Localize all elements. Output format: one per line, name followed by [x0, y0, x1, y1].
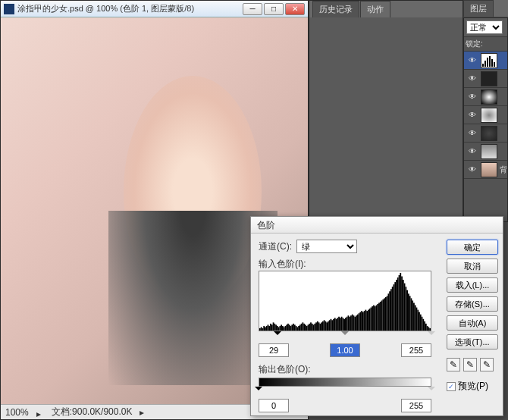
document-titlebar[interactable]: 涂指甲的少女.psd @ 100% (色阶 1, 图层蒙版/8) ─ □ ✕: [1, 1, 308, 17]
svg-rect-72: [348, 315, 350, 331]
minimize-button[interactable]: ─: [243, 3, 262, 15]
output-slider[interactable]: [259, 387, 431, 397]
input-black-field[interactable]: [259, 343, 289, 357]
svg-rect-38: [303, 322, 304, 331]
layer-row[interactable]: 👁: [464, 52, 507, 70]
gray-eyedropper[interactable]: ✎: [463, 358, 477, 371]
layer-thumb-adjustment[interactable]: [481, 89, 497, 105]
svg-rect-40: [305, 324, 306, 331]
layer-row-background[interactable]: 👁 背: [464, 161, 507, 179]
svg-rect-99: [384, 298, 385, 331]
visibility-icon[interactable]: 👁: [466, 91, 478, 103]
layers-panel: 正常 锁定: 👁 👁 👁 👁 👁 👁 👁 背: [463, 17, 508, 222]
svg-rect-55: [325, 321, 327, 331]
zoom-level[interactable]: 100%: [5, 407, 29, 418]
layer-row[interactable]: 👁: [464, 88, 507, 106]
preview-label: 预览(P): [458, 380, 488, 393]
svg-rect-86: [366, 311, 368, 331]
layer-row[interactable]: 👁: [464, 70, 507, 88]
layer-thumb-adjustment[interactable]: [481, 126, 497, 141]
svg-rect-24: [284, 327, 285, 331]
svg-rect-106: [394, 284, 395, 331]
svg-rect-71: [347, 317, 348, 331]
history-body[interactable]: [309, 17, 463, 219]
zoom-dropdown-icon[interactable]: ▸: [36, 409, 44, 416]
close-button[interactable]: ✕: [285, 3, 305, 15]
svg-rect-118: [409, 296, 411, 331]
svg-rect-1: [484, 61, 486, 67]
input-gamma-field[interactable]: [330, 343, 360, 357]
preview-checkbox[interactable]: ✓: [447, 382, 456, 391]
visibility-icon[interactable]: 👁: [466, 55, 478, 67]
svg-rect-113: [403, 280, 404, 331]
visibility-icon[interactable]: 👁: [466, 73, 478, 85]
tab-layers[interactable]: 图层: [463, 0, 494, 17]
svg-rect-133: [429, 328, 431, 331]
svg-rect-44: [310, 322, 312, 331]
svg-rect-34: [296, 327, 298, 331]
svg-rect-121: [413, 302, 415, 331]
gamma-handle[interactable]: [341, 331, 349, 339]
visibility-icon[interactable]: 👁: [466, 109, 478, 121]
ok-button[interactable]: 确定: [447, 240, 498, 255]
save-button[interactable]: 存储(S)...: [447, 296, 498, 312]
load-button[interactable]: 载入(L)...: [447, 277, 498, 293]
out-white-handle[interactable]: [428, 387, 435, 394]
svg-rect-101: [387, 296, 388, 331]
svg-rect-95: [378, 302, 380, 331]
svg-rect-53: [322, 321, 324, 331]
svg-rect-52: [321, 322, 322, 331]
svg-rect-114: [404, 284, 406, 331]
input-white-field[interactable]: [401, 343, 431, 357]
tab-actions[interactable]: 动作: [360, 1, 390, 17]
tab-history[interactable]: 历史记录: [312, 1, 359, 17]
black-point-handle[interactable]: [274, 331, 281, 339]
svg-rect-100: [385, 297, 387, 331]
layer-thumb-adjustment[interactable]: [481, 71, 497, 86]
layer-thumb-adjustment[interactable]: [481, 144, 497, 159]
white-point-handle[interactable]: [428, 331, 435, 339]
options-button[interactable]: 选项(T)...: [447, 334, 498, 349]
svg-rect-125: [419, 312, 420, 331]
svg-rect-42: [308, 324, 309, 331]
cancel-button[interactable]: 取消: [447, 259, 498, 274]
svg-rect-57: [328, 321, 329, 331]
layer-thumb-levels[interactable]: [481, 53, 497, 68]
svg-rect-92: [375, 306, 376, 331]
out-black-handle[interactable]: [255, 387, 262, 394]
svg-rect-75: [352, 315, 353, 331]
layer-row[interactable]: 👁: [464, 124, 507, 143]
layer-row[interactable]: 👁: [464, 106, 507, 124]
layer-thumb-adjustment[interactable]: [481, 108, 497, 123]
svg-rect-127: [422, 317, 423, 331]
svg-rect-112: [401, 277, 403, 331]
output-white-field[interactable]: [401, 399, 431, 412]
visibility-icon[interactable]: 👁: [466, 164, 478, 176]
histogram: [259, 271, 431, 331]
white-eyedropper[interactable]: ✎: [480, 358, 494, 371]
svg-rect-35: [298, 326, 299, 331]
visibility-icon[interactable]: 👁: [466, 127, 478, 139]
svg-rect-22: [281, 324, 282, 331]
svg-rect-5: [494, 62, 495, 67]
svg-rect-51: [319, 324, 321, 331]
svg-rect-9: [263, 326, 265, 331]
input-slider[interactable]: [259, 331, 431, 342]
layer-thumb-image[interactable]: [481, 162, 497, 177]
svg-rect-10: [265, 327, 266, 331]
visibility-icon[interactable]: 👁: [466, 146, 478, 158]
dialog-title[interactable]: 色阶: [251, 217, 503, 234]
channel-select[interactable]: 绿: [296, 240, 357, 253]
svg-rect-124: [417, 310, 419, 331]
blend-mode-select[interactable]: 正常: [466, 20, 503, 34]
auto-button[interactable]: 自动(A): [447, 315, 498, 331]
status-dropdown-icon[interactable]: ▸: [140, 407, 144, 418]
svg-rect-108: [396, 280, 397, 331]
maximize-button[interactable]: □: [264, 3, 284, 15]
black-eyedropper[interactable]: ✎: [447, 358, 460, 371]
svg-rect-120: [412, 300, 413, 331]
svg-rect-119: [411, 298, 412, 331]
svg-rect-65: [338, 317, 340, 331]
layer-row[interactable]: 👁: [464, 143, 507, 161]
output-black-field[interactable]: [259, 399, 289, 412]
